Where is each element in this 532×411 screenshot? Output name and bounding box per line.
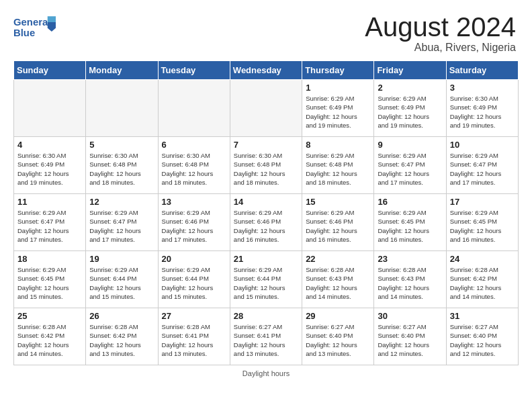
header-row: SundayMondayTuesdayWednesdayThursdayFrid… <box>14 61 519 80</box>
calendar-day-cell: 14Sunrise: 6:29 AMSunset: 6:46 PMDayligh… <box>230 194 302 251</box>
day-number: 10 <box>450 140 515 150</box>
calendar-day-cell: 15Sunrise: 6:29 AMSunset: 6:46 PMDayligh… <box>302 194 374 251</box>
day-of-week-header: Thursday <box>302 61 374 80</box>
calendar-day-cell: 2Sunrise: 6:29 AMSunset: 6:49 PMDaylight… <box>374 80 446 137</box>
calendar-day-cell: 3Sunrise: 6:30 AMSunset: 6:49 PMDaylight… <box>446 80 518 137</box>
calendar-day-cell: 30Sunrise: 6:27 AMSunset: 6:40 PMDayligh… <box>374 308 446 365</box>
svg-text:Blue: Blue <box>13 28 35 38</box>
month-title: August 2024 <box>365 12 516 42</box>
svg-text:General: General <box>13 17 50 28</box>
day-info: Sunrise: 6:29 AMSunset: 6:45 PMDaylight:… <box>450 208 515 244</box>
day-info: Sunrise: 6:29 AMSunset: 6:44 PMDaylight:… <box>89 265 154 301</box>
day-number: 24 <box>450 254 515 264</box>
day-number: 9 <box>378 140 442 150</box>
day-info: Sunrise: 6:29 AMSunset: 6:46 PMDaylight:… <box>306 208 370 244</box>
day-number: 29 <box>306 311 370 321</box>
location-title: Abua, Rivers, Nigeria <box>365 42 516 54</box>
day-number: 17 <box>450 197 515 207</box>
day-of-week-header: Wednesday <box>230 61 302 80</box>
day-info: Sunrise: 6:28 AMSunset: 6:42 PMDaylight:… <box>17 322 82 358</box>
calendar-day-cell: 23Sunrise: 6:28 AMSunset: 6:43 PMDayligh… <box>374 251 446 308</box>
day-info: Sunrise: 6:28 AMSunset: 6:43 PMDaylight:… <box>378 265 442 301</box>
day-number: 1 <box>306 83 370 93</box>
calendar-day-cell: 4Sunrise: 6:30 AMSunset: 6:49 PMDaylight… <box>14 137 86 194</box>
calendar-week-row: 25Sunrise: 6:28 AMSunset: 6:42 PMDayligh… <box>14 308 519 365</box>
day-number: 19 <box>89 254 154 264</box>
day-of-week-header: Sunday <box>14 61 86 80</box>
daylight-label: Daylight hours <box>242 369 290 377</box>
day-info: Sunrise: 6:28 AMSunset: 6:42 PMDaylight:… <box>89 322 154 358</box>
day-info: Sunrise: 6:30 AMSunset: 6:48 PMDaylight:… <box>234 151 298 187</box>
day-info: Sunrise: 6:29 AMSunset: 6:46 PMDaylight:… <box>162 208 226 244</box>
calendar-day-cell <box>14 80 86 137</box>
calendar-day-cell: 11Sunrise: 6:29 AMSunset: 6:47 PMDayligh… <box>14 194 86 251</box>
calendar-day-cell <box>86 80 158 137</box>
day-number: 28 <box>234 311 298 321</box>
day-number: 25 <box>17 311 82 321</box>
calendar-week-row: 1Sunrise: 6:29 AMSunset: 6:49 PMDaylight… <box>14 80 519 137</box>
day-info: Sunrise: 6:27 AMSunset: 6:40 PMDaylight:… <box>306 322 370 358</box>
calendar-day-cell: 9Sunrise: 6:29 AMSunset: 6:47 PMDaylight… <box>374 137 446 194</box>
day-number: 12 <box>89 197 154 207</box>
day-info: Sunrise: 6:30 AMSunset: 6:48 PMDaylight:… <box>162 151 226 187</box>
day-number: 4 <box>17 140 82 150</box>
day-info: Sunrise: 6:30 AMSunset: 6:49 PMDaylight:… <box>17 151 82 187</box>
day-info: Sunrise: 6:29 AMSunset: 6:44 PMDaylight:… <box>234 265 298 301</box>
calendar-header: SundayMondayTuesdayWednesdayThursdayFrid… <box>14 61 519 80</box>
day-info: Sunrise: 6:29 AMSunset: 6:46 PMDaylight:… <box>234 208 298 244</box>
day-number: 11 <box>17 197 82 207</box>
svg-marker-3 <box>48 22 56 32</box>
calendar-day-cell: 21Sunrise: 6:29 AMSunset: 6:44 PMDayligh… <box>230 251 302 308</box>
day-number: 13 <box>162 197 226 207</box>
calendar-day-cell <box>230 80 302 137</box>
calendar-day-cell <box>158 80 230 137</box>
day-info: Sunrise: 6:29 AMSunset: 6:47 PMDaylight:… <box>378 151 442 187</box>
logo-icon: General Blue <box>13 12 60 42</box>
calendar-day-cell: 5Sunrise: 6:30 AMSunset: 6:48 PMDaylight… <box>86 137 158 194</box>
day-info: Sunrise: 6:29 AMSunset: 6:49 PMDaylight:… <box>378 94 442 130</box>
calendar-day-cell: 13Sunrise: 6:29 AMSunset: 6:46 PMDayligh… <box>158 194 230 251</box>
day-info: Sunrise: 6:27 AMSunset: 6:40 PMDaylight:… <box>450 322 515 358</box>
day-number: 26 <box>89 311 154 321</box>
day-number: 15 <box>306 197 370 207</box>
calendar-body: 1Sunrise: 6:29 AMSunset: 6:49 PMDaylight… <box>14 80 519 365</box>
day-info: Sunrise: 6:29 AMSunset: 6:45 PMDaylight:… <box>378 208 442 244</box>
day-info: Sunrise: 6:29 AMSunset: 6:48 PMDaylight:… <box>306 151 370 187</box>
calendar-day-cell: 19Sunrise: 6:29 AMSunset: 6:44 PMDayligh… <box>86 251 158 308</box>
day-number: 5 <box>89 140 154 150</box>
day-info: Sunrise: 6:29 AMSunset: 6:49 PMDaylight:… <box>306 94 370 130</box>
day-number: 22 <box>306 254 370 264</box>
day-info: Sunrise: 6:29 AMSunset: 6:47 PMDaylight:… <box>89 208 154 244</box>
day-info: Sunrise: 6:29 AMSunset: 6:47 PMDaylight:… <box>17 208 82 244</box>
day-number: 27 <box>162 311 226 321</box>
calendar-day-cell: 27Sunrise: 6:28 AMSunset: 6:41 PMDayligh… <box>158 308 230 365</box>
day-info: Sunrise: 6:28 AMSunset: 6:41 PMDaylight:… <box>162 322 226 358</box>
day-number: 18 <box>17 254 82 264</box>
day-info: Sunrise: 6:29 AMSunset: 6:45 PMDaylight:… <box>17 265 82 301</box>
day-number: 30 <box>378 311 442 321</box>
day-number: 6 <box>162 140 226 150</box>
logo: General Blue <box>13 12 60 42</box>
header: General Blue August 2024 Abua, Rivers, N… <box>0 0 532 60</box>
footer: Daylight hours <box>0 365 532 380</box>
calendar-week-row: 4Sunrise: 6:30 AMSunset: 6:49 PMDaylight… <box>14 137 519 194</box>
title-block: August 2024 Abua, Rivers, Nigeria <box>365 12 516 54</box>
day-number: 21 <box>234 254 298 264</box>
day-of-week-header: Saturday <box>446 61 518 80</box>
calendar-day-cell: 12Sunrise: 6:29 AMSunset: 6:47 PMDayligh… <box>86 194 158 251</box>
calendar-day-cell: 24Sunrise: 6:28 AMSunset: 6:42 PMDayligh… <box>446 251 518 308</box>
day-number: 7 <box>234 140 298 150</box>
day-number: 3 <box>450 83 515 93</box>
day-of-week-header: Friday <box>374 61 446 80</box>
calendar-day-cell: 25Sunrise: 6:28 AMSunset: 6:42 PMDayligh… <box>14 308 86 365</box>
calendar-day-cell: 29Sunrise: 6:27 AMSunset: 6:40 PMDayligh… <box>302 308 374 365</box>
calendar-day-cell: 8Sunrise: 6:29 AMSunset: 6:48 PMDaylight… <box>302 137 374 194</box>
day-number: 16 <box>378 197 442 207</box>
day-info: Sunrise: 6:30 AMSunset: 6:48 PMDaylight:… <box>89 151 154 187</box>
calendar-day-cell: 26Sunrise: 6:28 AMSunset: 6:42 PMDayligh… <box>86 308 158 365</box>
day-of-week-header: Tuesday <box>158 61 230 80</box>
calendar-day-cell: 17Sunrise: 6:29 AMSunset: 6:45 PMDayligh… <box>446 194 518 251</box>
day-info: Sunrise: 6:29 AMSunset: 6:47 PMDaylight:… <box>450 151 515 187</box>
day-number: 31 <box>450 311 515 321</box>
day-info: Sunrise: 6:27 AMSunset: 6:40 PMDaylight:… <box>378 322 442 358</box>
